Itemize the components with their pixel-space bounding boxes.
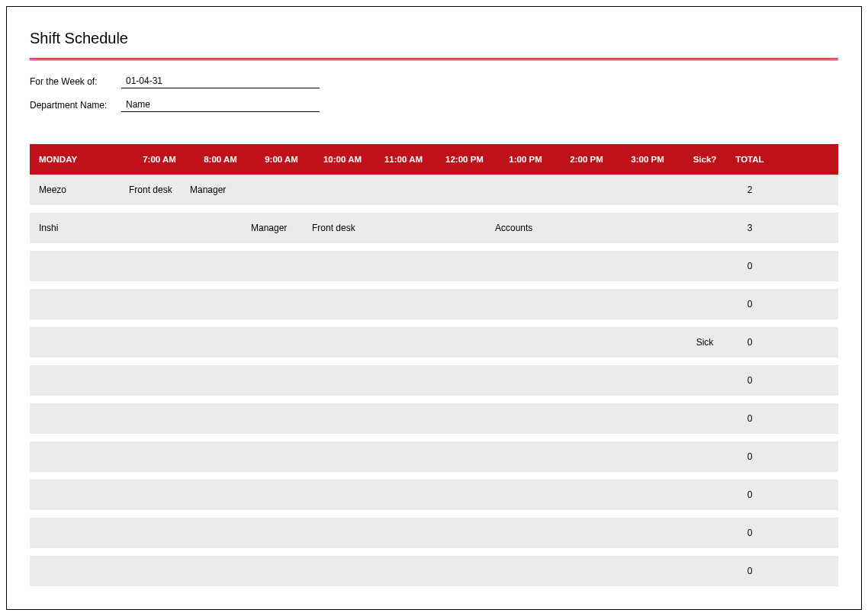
- hdr-sick: Sick?: [678, 155, 731, 164]
- hdr-total: TOTAL: [731, 155, 777, 164]
- table-row[interactable]: InshiManagerFront deskAccounts3: [30, 213, 838, 243]
- document-page: Shift Schedule For the Week of: 01-04-31…: [6, 6, 862, 610]
- schedule-table: MONDAY 7:00 AM 8:00 AM 9:00 AM 10:00 AM …: [30, 144, 838, 586]
- table-row[interactable]: MeezoFront deskManager2: [30, 175, 838, 205]
- cell-name[interactable]: Meezo: [30, 184, 129, 195]
- hdr-3pm: 3:00 PM: [617, 155, 678, 164]
- cell-name[interactable]: Inshi: [30, 223, 129, 233]
- table-row[interactable]: 0: [30, 289, 838, 319]
- cell-total[interactable]: 0: [731, 375, 777, 386]
- table-row[interactable]: 0: [30, 403, 838, 434]
- cell-9am[interactable]: Manager: [251, 223, 312, 233]
- hdr-1pm: 1:00 PM: [495, 155, 556, 164]
- table-body: MeezoFront deskManager2InshiManagerFront…: [30, 175, 838, 586]
- week-row: For the Week of: 01-04-31: [30, 74, 838, 88]
- cell-total[interactable]: 0: [731, 451, 777, 462]
- hdr-9am: 9:00 AM: [251, 155, 312, 164]
- hdr-10am: 10:00 AM: [312, 155, 373, 164]
- cell-total[interactable]: 2: [731, 184, 777, 195]
- table-row[interactable]: 0: [30, 441, 838, 472]
- cell-10am[interactable]: Front desk: [312, 223, 373, 233]
- cell-7am[interactable]: Front desk: [129, 184, 190, 195]
- week-label: For the Week of:: [30, 76, 121, 87]
- cell-total[interactable]: 0: [731, 413, 777, 424]
- cell-total[interactable]: 0: [731, 261, 777, 271]
- cell-1pm[interactable]: Accounts: [495, 223, 556, 233]
- table-row[interactable]: 0: [30, 480, 838, 510]
- title-rule: [30, 58, 838, 60]
- dept-label: Department Name:: [30, 100, 121, 111]
- week-value[interactable]: 01-04-31: [121, 74, 320, 88]
- hdr-12pm: 12:00 PM: [434, 155, 495, 164]
- dept-value[interactable]: Name: [121, 98, 320, 112]
- dept-row: Department Name: Name: [30, 98, 838, 112]
- hdr-11am: 11:00 AM: [373, 155, 434, 164]
- cell-8am[interactable]: Manager: [190, 184, 251, 195]
- table-row[interactable]: 0: [30, 556, 838, 586]
- hdr-2pm: 2:00 PM: [556, 155, 617, 164]
- table-row[interactable]: 0: [30, 365, 838, 396]
- table-row[interactable]: 0: [30, 518, 838, 548]
- cell-total[interactable]: 0: [731, 489, 777, 500]
- cell-total[interactable]: 3: [731, 223, 777, 233]
- hdr-day: MONDAY: [30, 155, 129, 164]
- table-row[interactable]: 0: [30, 251, 838, 281]
- table-row[interactable]: Sick0: [30, 327, 838, 358]
- table-header: MONDAY 7:00 AM 8:00 AM 9:00 AM 10:00 AM …: [30, 144, 838, 175]
- cell-total[interactable]: 0: [731, 299, 777, 310]
- cell-total[interactable]: 0: [731, 566, 777, 576]
- cell-total[interactable]: 0: [731, 528, 777, 538]
- hdr-7am: 7:00 AM: [129, 155, 190, 164]
- cell-sick[interactable]: Sick: [678, 337, 731, 348]
- cell-total[interactable]: 0: [731, 337, 777, 348]
- hdr-8am: 8:00 AM: [190, 155, 251, 164]
- page-title: Shift Schedule: [30, 30, 838, 47]
